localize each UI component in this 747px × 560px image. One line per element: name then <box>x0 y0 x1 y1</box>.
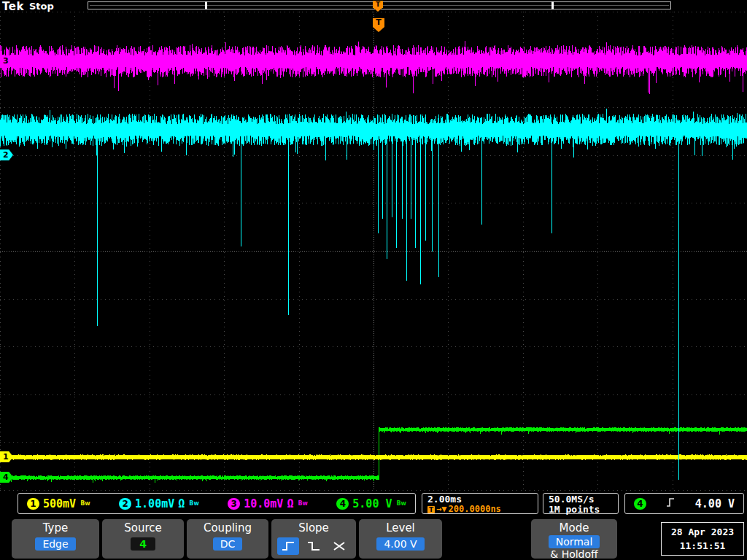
menu-mode-extra: & Holdoff <box>531 548 617 560</box>
ch2-bandwidth-icon: Bw <box>189 500 199 507</box>
trigger-delay-value: 200.0000ns <box>449 505 501 514</box>
slope-either-option[interactable] <box>328 537 350 555</box>
trigger-delay-readout: T →▼ 200.0000ns <box>427 505 533 514</box>
time-value: 11:51:51 <box>662 539 743 553</box>
trigger-readout[interactable]: 4 4.00 V <box>624 493 744 514</box>
menu-coupling-value: DC <box>213 537 243 551</box>
ch1-badge[interactable]: 1 <box>27 498 39 510</box>
slope-rising-option[interactable] <box>277 537 299 555</box>
ch1-bandwidth-icon: Bw <box>80 500 90 507</box>
slope-falling-option[interactable] <box>303 537 325 555</box>
menu-mode-label: Mode <box>531 521 617 534</box>
down-triangle-icon <box>373 27 384 32</box>
menu-type-label: Type <box>12 521 99 534</box>
menu-coupling-button[interactable]: Coupling DC <box>187 519 268 559</box>
top-status-bar: Tek Stop T <box>0 0 747 11</box>
menu-mode-button[interactable]: Mode Normal & Holdoff <box>531 519 617 559</box>
date-value: 28 Apr 2023 <box>662 525 743 539</box>
trigger-source-badge: 4 <box>634 498 646 510</box>
record-view-bar[interactable]: T <box>88 1 671 9</box>
record-length-value: 1M points <box>549 505 613 515</box>
ch2-readout[interactable]: 2 1.00mV Ω Bw <box>119 497 199 510</box>
menu-source-button[interactable]: Source 4 <box>102 519 184 559</box>
waveform-display <box>0 0 747 560</box>
menu-slope-label: Slope <box>271 521 356 534</box>
ch2-impedance-icon: Ω <box>178 497 185 510</box>
trigger-t-icon: T <box>427 506 435 513</box>
trigger-position-marker[interactable]: T <box>373 18 384 32</box>
menu-level-label: Level <box>359 521 442 534</box>
menu-slope-button[interactable]: Slope <box>271 519 356 559</box>
ch4-bandwidth-icon: Bw <box>397 500 407 507</box>
ch3-badge[interactable]: 3 <box>228 498 240 510</box>
down-triangle-icon <box>374 8 382 12</box>
timebase-scale: 2.00ms <box>427 494 533 505</box>
ch1-readout[interactable]: 1 500mV Bw <box>27 497 90 510</box>
oscilloscope-screen: Tek Stop T T 3 2 1 4 1 500mV Bw 2 <box>0 0 747 560</box>
status-readout-bar: 1 500mV Bw 2 1.00mV Ω Bw 3 10.0mV Ω Bw 4… <box>0 492 747 515</box>
ch4-scale-value: 5.00 V <box>352 497 392 510</box>
menu-source-label: Source <box>102 521 184 534</box>
menu-coupling-label: Coupling <box>187 521 268 534</box>
ch4-badge[interactable]: 4 <box>336 498 349 510</box>
ch1-scale-value: 500mV <box>43 497 76 510</box>
acquisition-status: Stop <box>29 1 54 12</box>
slope-options <box>271 537 356 555</box>
sample-rate-value: 50.0MS/s <box>549 494 613 505</box>
trigger-menu-bar: Type Edge Source 4 Coupling DC Slope <box>0 518 747 560</box>
trigger-t-glyph: T <box>373 18 384 27</box>
trigger-level-value: 4.00 V <box>695 497 735 510</box>
menu-level-button[interactable]: Level 4.00 V <box>359 519 442 559</box>
tek-logo: Tek <box>2 0 24 13</box>
menu-type-button[interactable]: Type Edge <box>12 519 99 559</box>
rising-edge-icon <box>666 497 675 511</box>
ch3-bandwidth-icon: Bw <box>298 500 308 507</box>
menu-level-value: 4.00 V <box>376 537 424 551</box>
record-readout[interactable]: 50.0MS/s 1M points <box>543 493 619 514</box>
horizontal-readout[interactable]: 2.00ms T →▼ 200.0000ns <box>422 493 538 514</box>
channel-readouts[interactable]: 1 500mV Bw 2 1.00mV Ω Bw 3 10.0mV Ω Bw 4… <box>18 493 416 514</box>
delay-arrow-icon: →▼ <box>436 505 446 514</box>
menu-source-value: 4 <box>131 537 155 551</box>
ch3-impedance-icon: Ω <box>287 497 293 510</box>
datetime-display: 28 Apr 2023 11:51:51 <box>661 522 744 556</box>
trigger-t-glyph: T <box>373 1 383 8</box>
menu-type-value: Edge <box>35 537 75 551</box>
ch3-readout[interactable]: 3 10.0mV Ω Bw <box>228 497 308 510</box>
ch2-scale-value: 1.00mV <box>135 497 174 510</box>
ch4-readout[interactable]: 4 5.00 V Bw <box>336 497 406 510</box>
menu-mode-value: Normal <box>549 535 600 548</box>
ch3-scale-value: 10.0mV <box>244 497 283 510</box>
ch2-badge[interactable]: 2 <box>119 498 131 510</box>
record-trigger-marker: T <box>373 1 383 12</box>
